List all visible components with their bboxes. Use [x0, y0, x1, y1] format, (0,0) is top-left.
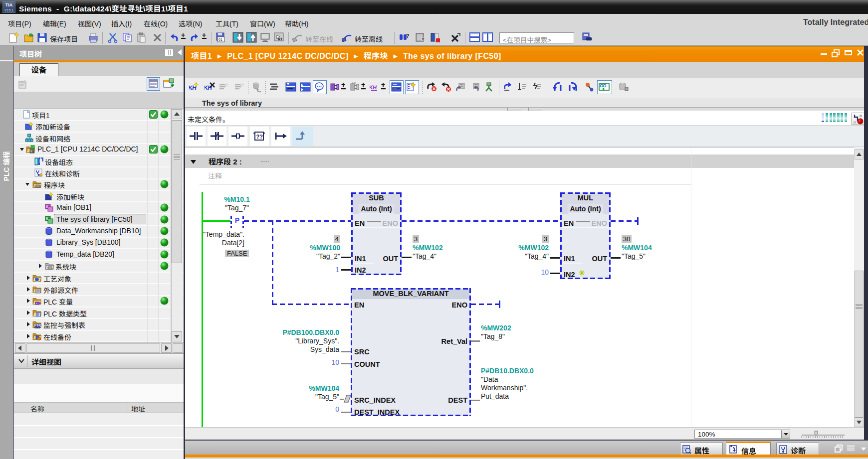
svg-text:?: ?	[406, 33, 409, 39]
svg-text:01: 01	[218, 38, 222, 41]
svg-text:??: ??	[256, 134, 263, 140]
svg-text:RT: RT	[278, 37, 283, 41]
svg-text:01: 01	[37, 290, 40, 293]
svg-text:KH: KH	[370, 84, 377, 90]
